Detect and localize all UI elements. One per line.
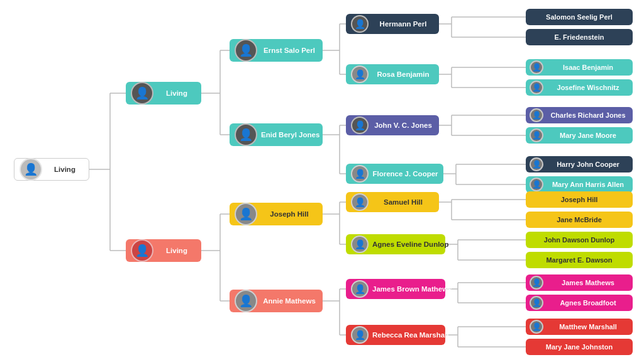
node-l3a[interactable]: 👤 Hermann Perl — [346, 14, 439, 34]
label-l4e: Charles Richard Jones — [547, 111, 629, 119]
photo-l3c: 👤 — [351, 116, 369, 134]
photo-l4m: 👤 — [530, 276, 543, 290]
label-l3f: Agnes Eveline Dunlop — [372, 240, 448, 248]
photo-l4c: 👤 — [530, 60, 543, 74]
photo-l1b: 👤 — [131, 239, 153, 262]
photo-l3h: 👤 — [351, 326, 369, 344]
node-l3d[interactable]: 👤 Florence J. Cooper — [346, 164, 443, 184]
photo-l3f: 👤 — [351, 235, 369, 253]
node-l2b[interactable]: 👤 Enid Beryl Jones — [230, 123, 323, 146]
photo-l2a: 👤 — [235, 39, 257, 62]
node-l4g[interactable]: 👤 Harry John Cooper — [526, 156, 633, 173]
node-root[interactable]: 👤 Living — [14, 158, 89, 181]
label-l3g: James Brown Mathews — [372, 285, 452, 293]
node-l4e[interactable]: 👤 Charles Richard Jones — [526, 107, 633, 123]
node-l2c[interactable]: 👤 Joseph Hill — [230, 203, 323, 225]
node-l4o[interactable]: 👤 Matthew Marshall — [526, 319, 633, 335]
node-l1b[interactable]: 👤 Living — [126, 239, 201, 262]
photo-l3e: 👤 — [351, 193, 369, 211]
label-l1b: Living — [157, 247, 196, 254]
node-l4j[interactable]: Jane McBride — [526, 212, 633, 228]
node-l3h[interactable]: 👤 Rebecca Rea Marshall — [346, 325, 445, 345]
node-l4i[interactable]: Joseph Hill — [526, 191, 633, 208]
node-l4l[interactable]: Margaret E. Dawson — [526, 252, 633, 268]
photo-l3g: 👤 — [351, 280, 369, 298]
label-l4p: Mary Jane Johnston — [530, 343, 629, 351]
node-l4h[interactable]: 👤 Mary Ann Harris Allen — [526, 176, 633, 193]
photo-l4g: 👤 — [530, 157, 543, 171]
photo-l3a: 👤 — [351, 15, 369, 33]
node-l4a[interactable]: Salomon Seelig Perl — [526, 9, 633, 25]
photo-root: 👤 — [19, 158, 42, 181]
node-l4b[interactable]: E. Friedenstein — [526, 29, 633, 45]
label-l1a: Living — [157, 89, 196, 97]
label-l3a: Hermann Perl — [372, 20, 434, 28]
label-l4i: Joseph Hill — [530, 196, 629, 203]
label-l2c: Joseph Hill — [261, 210, 318, 218]
node-l4f[interactable]: 👤 Mary Jane Moore — [526, 127, 633, 144]
node-l3b[interactable]: 👤 Rosa Benjamin — [346, 64, 439, 84]
photo-l3b: 👤 — [351, 65, 369, 83]
label-l4j: Jane McBride — [530, 216, 629, 223]
label-l4m: James Mathews — [547, 279, 629, 286]
photo-l3d: 👤 — [351, 165, 369, 183]
node-l2a[interactable]: 👤 Ernst Salo Perl — [230, 39, 323, 62]
node-l4p[interactable]: Mary Jane Johnston — [526, 339, 633, 355]
label-l4b: E. Friedenstein — [530, 33, 629, 41]
label-l4n: Agnes Broadfoot — [547, 299, 629, 307]
node-l2d[interactable]: 👤 Annie Mathews — [230, 290, 323, 312]
node-l1a[interactable]: 👤 Living — [126, 82, 201, 105]
label-l4c: Isaac Benjamin — [547, 64, 629, 71]
node-l4m[interactable]: 👤 James Mathews — [526, 274, 633, 291]
photo-l2b: 👤 — [235, 123, 257, 146]
node-l4k[interactable]: John Dawson Dunlop — [526, 232, 633, 248]
node-l4n[interactable]: 👤 Agnes Broadfoot — [526, 295, 633, 311]
photo-l1a: 👤 — [131, 82, 153, 105]
label-l3h: Rebecca Rea Marshall — [372, 331, 448, 339]
label-l3c: John V. C. Jones — [372, 122, 434, 129]
photo-l4d: 👤 — [530, 81, 543, 94]
photo-l4f: 👤 — [530, 128, 543, 142]
label-l4d: Josefine Wischnitz — [547, 84, 629, 91]
node-l3e[interactable]: 👤 Samuel Hill — [346, 192, 439, 212]
photo-l4n: 👤 — [530, 296, 543, 310]
family-tree: 👤 Living 👤 Living 👤 Living 👤 Ernst Salo … — [0, 0, 644, 362]
label-l3e: Samuel Hill — [372, 198, 434, 206]
photo-l2d: 👤 — [235, 290, 257, 312]
photo-l2c: 👤 — [235, 203, 257, 225]
node-l3g[interactable]: 👤 James Brown Mathews — [346, 279, 445, 299]
label-l4k: John Dawson Dunlop — [530, 236, 629, 244]
photo-l4o: 👤 — [530, 320, 543, 334]
label-l4h: Mary Ann Harris Allen — [547, 181, 629, 188]
label-l4o: Matthew Marshall — [547, 323, 629, 331]
label-l4l: Margaret E. Dawson — [530, 256, 629, 264]
photo-l4h: 👤 — [530, 178, 543, 191]
photo-l4e: 👤 — [530, 108, 543, 122]
label-l4f: Mary Jane Moore — [547, 132, 629, 139]
label-l4g: Harry John Cooper — [547, 161, 629, 168]
label-l2b: Enid Beryl Jones — [261, 131, 319, 139]
node-l4d[interactable]: 👤 Josefine Wischnitz — [526, 79, 633, 96]
node-l3f[interactable]: 👤 Agnes Eveline Dunlop — [346, 234, 445, 254]
label-l3d: Florence J. Cooper — [372, 170, 438, 178]
label-l2a: Ernst Salo Perl — [261, 47, 318, 54]
node-l4c[interactable]: 👤 Isaac Benjamin — [526, 59, 633, 76]
node-l3c[interactable]: 👤 John V. C. Jones — [346, 115, 439, 135]
label-l4a: Salomon Seelig Perl — [530, 13, 629, 21]
label-l3b: Rosa Benjamin — [372, 71, 434, 78]
label-root: Living — [46, 166, 84, 173]
label-l2d: Annie Mathews — [261, 297, 318, 305]
